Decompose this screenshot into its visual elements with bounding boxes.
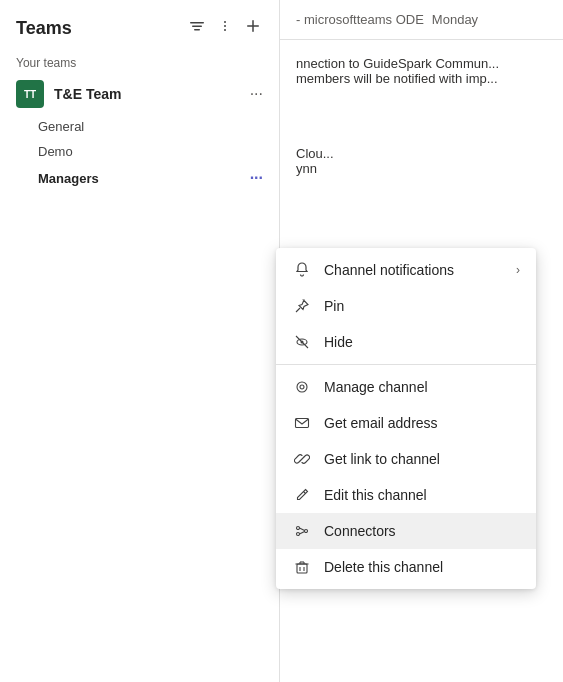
sidebar-header: Teams xyxy=(0,0,279,48)
svg-point-18 xyxy=(297,533,300,536)
edit-icon xyxy=(292,485,312,505)
menu-label-hide: Hide xyxy=(324,334,520,350)
svg-rect-1 xyxy=(192,26,202,28)
menu-label-manage-channel: Manage channel xyxy=(324,379,520,395)
menu-label-edit-this-channel: Edit this channel xyxy=(324,487,520,503)
menu-item-hide[interactable]: Hide xyxy=(276,324,536,360)
sidebar-header-icons xyxy=(187,16,263,40)
main-header-text: - microsoftteams ODE xyxy=(296,12,424,27)
menu-label-pin: Pin xyxy=(324,298,520,314)
hide-icon xyxy=(292,332,312,352)
svg-line-16 xyxy=(304,492,306,494)
menu-item-connectors[interactable]: Connectors xyxy=(276,513,536,549)
team-more-button[interactable]: ··· xyxy=(250,85,263,103)
svg-point-13 xyxy=(300,385,304,389)
menu-item-manage-channel[interactable]: Manage channel xyxy=(276,369,536,405)
chevron-right-icon: › xyxy=(516,263,520,277)
email-icon xyxy=(292,413,312,433)
svg-point-5 xyxy=(224,29,226,31)
menu-item-delete-this-channel[interactable]: Delete this channel xyxy=(276,549,536,585)
menu-item-edit-this-channel[interactable]: Edit this channel xyxy=(276,477,536,513)
svg-line-11 xyxy=(296,336,308,348)
menu-item-get-email-address[interactable]: Get email address xyxy=(276,405,536,441)
main-body-line3: Clou... xyxy=(296,146,547,161)
pin-icon xyxy=(292,296,312,316)
channel-item-managers[interactable]: Managers ··· xyxy=(38,164,279,192)
connectors-icon xyxy=(292,521,312,541)
menu-label-connectors: Connectors xyxy=(324,523,520,539)
menu-label-get-link-to-channel: Get link to channel xyxy=(324,451,520,467)
compose-icon[interactable] xyxy=(215,16,235,40)
menu-label-get-email-address: Get email address xyxy=(324,415,520,431)
channel-more-button[interactable]: ··· xyxy=(250,169,263,187)
svg-point-4 xyxy=(224,21,226,23)
main-body: nnection to GuideSpark Commun... members… xyxy=(280,40,563,192)
svg-point-17 xyxy=(297,527,300,530)
menu-item-pin[interactable]: Pin xyxy=(276,288,536,324)
avatar: TT xyxy=(16,80,44,108)
trash-icon xyxy=(292,557,312,577)
svg-rect-22 xyxy=(297,564,307,573)
menu-label-channel-notifications: Channel notifications xyxy=(324,262,516,278)
svg-line-15 xyxy=(300,457,304,461)
context-menu: Channel notifications › Pin Hid xyxy=(276,248,536,589)
channel-item-general[interactable]: General xyxy=(38,114,279,139)
your-teams-label: Your teams xyxy=(0,48,279,74)
sidebar: Teams xyxy=(0,0,280,682)
svg-point-3 xyxy=(224,25,226,27)
sidebar-title: Teams xyxy=(16,18,72,39)
filter-icon[interactable] xyxy=(187,16,207,40)
app-container: Teams xyxy=(0,0,563,682)
main-body-line4: ynn xyxy=(296,161,547,176)
team-item-te-team[interactable]: TT T&E Team ··· xyxy=(0,74,279,114)
svg-point-12 xyxy=(297,382,307,392)
bell-icon xyxy=(292,260,312,280)
main-header: - microsoftteams ODE Monday xyxy=(280,0,563,40)
svg-rect-2 xyxy=(194,29,200,31)
channel-name-demo: Demo xyxy=(38,144,73,159)
add-icon[interactable] xyxy=(243,16,263,40)
svg-point-19 xyxy=(305,530,308,533)
main-body-line2: members will be notified with imp... xyxy=(296,71,547,86)
channel-item-demo[interactable]: Demo xyxy=(38,139,279,164)
channel-name-general: General xyxy=(38,119,84,134)
svg-rect-7 xyxy=(247,25,259,27)
menu-item-channel-notifications[interactable]: Channel notifications › xyxy=(276,252,536,288)
link-icon xyxy=(292,449,312,469)
menu-label-delete-this-channel: Delete this channel xyxy=(324,559,520,575)
channel-list: General Demo Managers ··· xyxy=(38,114,279,192)
svg-line-20 xyxy=(300,528,305,531)
main-body-line1: nnection to GuideSpark Commun... xyxy=(296,56,547,71)
svg-rect-0 xyxy=(190,22,204,24)
svg-line-21 xyxy=(300,532,305,535)
channel-name-managers: Managers xyxy=(38,171,99,186)
svg-line-8 xyxy=(296,308,300,312)
menu-divider-1 xyxy=(276,364,536,365)
menu-item-get-link-to-channel[interactable]: Get link to channel xyxy=(276,441,536,477)
main-header-day: Monday xyxy=(432,12,478,27)
team-name: T&E Team xyxy=(54,86,250,102)
manage-icon xyxy=(292,377,312,397)
